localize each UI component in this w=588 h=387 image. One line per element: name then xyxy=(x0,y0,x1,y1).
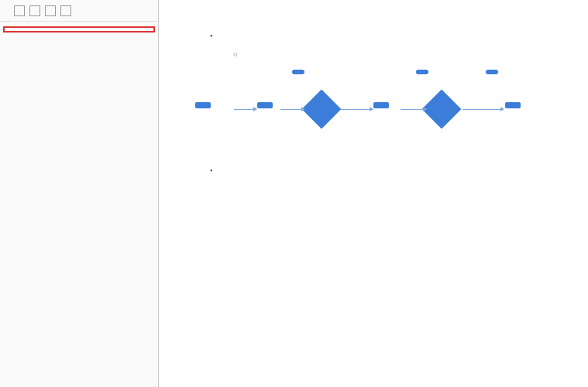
bookmark-list xyxy=(0,22,158,37)
answer-ref-2 xyxy=(210,164,568,175)
answer-1 xyxy=(233,48,568,59)
node-show-2 xyxy=(416,70,428,74)
tool-icon-2[interactable] xyxy=(29,5,40,16)
main-content xyxy=(159,0,588,387)
node-show-3 xyxy=(486,70,498,74)
arrow xyxy=(280,109,302,110)
tool-icon-1[interactable] xyxy=(14,5,25,16)
node-has-cache-2 xyxy=(422,90,462,129)
arrow xyxy=(341,109,370,110)
bookmarks-sidebar xyxy=(0,0,159,387)
flowchart-diagram xyxy=(203,70,544,147)
node-network xyxy=(505,102,521,108)
node-memory xyxy=(257,102,273,108)
sidebar-header xyxy=(0,0,158,22)
node-load xyxy=(195,102,211,108)
sidebar-tools xyxy=(14,5,152,16)
node-has-cache-1 xyxy=(302,90,342,129)
node-show-1 xyxy=(292,70,304,74)
tool-icon-4[interactable] xyxy=(60,5,71,16)
arrow xyxy=(462,109,501,110)
highlighted-group xyxy=(3,26,155,33)
node-file xyxy=(373,102,389,108)
tool-icon-3[interactable] xyxy=(45,5,56,16)
answer-ref-1 xyxy=(210,29,568,40)
arrow xyxy=(234,109,254,110)
arrow xyxy=(401,109,424,110)
